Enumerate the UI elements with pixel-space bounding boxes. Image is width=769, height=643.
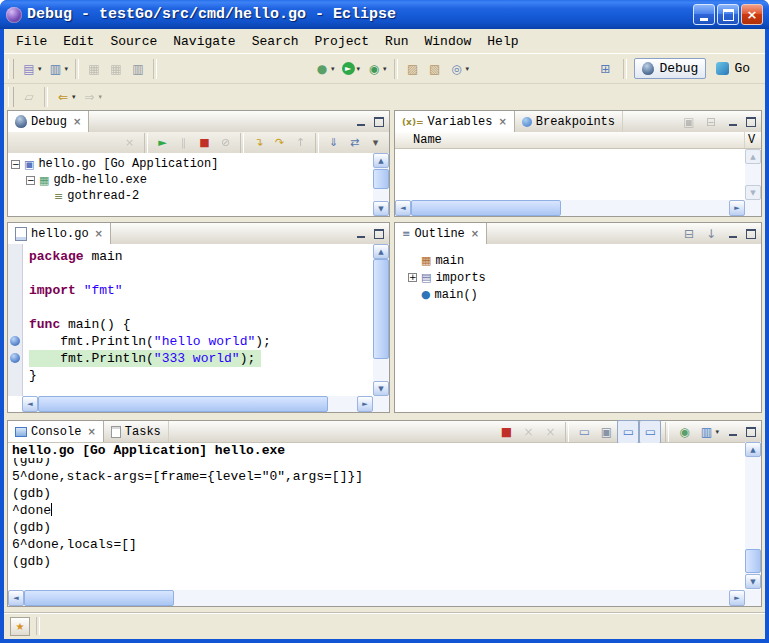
scrollbar-thumb[interactable] <box>373 169 389 189</box>
tab-variables[interactable]: (x)= Variables <box>395 111 515 132</box>
perspective-go[interactable]: Go <box>709 59 757 78</box>
code-line[interactable]: fmt.Println("333 world"); <box>29 350 373 367</box>
variables-table-body[interactable] <box>395 149 745 200</box>
scroll-up-icon[interactable] <box>745 149 761 164</box>
show-console-on-output-icon[interactable]: ▭ <box>639 420 661 444</box>
code-area[interactable]: package main import "fmt" func main() { … <box>23 244 373 396</box>
tab-console[interactable]: Console <box>8 421 104 442</box>
close-icon[interactable] <box>73 116 81 127</box>
minimize-button[interactable] <box>693 4 715 25</box>
open-perspective-button[interactable]: ⊞ <box>594 57 616 81</box>
scroll-down-icon[interactable] <box>373 381 389 396</box>
show-type-names-icon[interactable]: ▣ <box>678 110 700 134</box>
terminate-icon[interactable]: ■ <box>495 420 517 444</box>
collapse-all-icon[interactable]: ⊟ <box>700 110 722 134</box>
maximize-view-button[interactable] <box>743 227 758 240</box>
remove-all-launches-icon[interactable]: × <box>539 420 561 444</box>
use-step-filters-icon[interactable]: ⇄ <box>344 133 365 153</box>
open-type-icon[interactable]: ▧ <box>424 57 446 81</box>
console-hscrollbar[interactable] <box>8 590 745 606</box>
sort-icon[interactable]: ↓ <box>700 222 722 246</box>
forward-icon[interactable]: ⇒▾ <box>79 85 106 109</box>
minimize-view-button[interactable] <box>353 227 368 240</box>
suspend-icon[interactable]: ‖ <box>173 133 194 153</box>
close-icon[interactable] <box>498 116 506 127</box>
minimize-view-button[interactable] <box>725 115 740 128</box>
perspective-debug[interactable]: Debug <box>634 58 706 79</box>
last-edit-location-icon[interactable]: ▱ <box>18 85 40 109</box>
code-line[interactable]: fmt.Println("hello world"); <box>29 333 373 350</box>
step-over-icon[interactable]: ↷ <box>269 133 290 153</box>
disconnect-icon[interactable]: ⊘ <box>215 133 236 153</box>
minimize-view-button[interactable] <box>353 115 368 128</box>
scroll-up-icon[interactable] <box>373 153 389 168</box>
new-go-file-icon[interactable]: ▥▾ <box>45 57 72 81</box>
editor-vscrollbar[interactable] <box>373 244 389 396</box>
scroll-right-icon[interactable] <box>357 396 373 412</box>
code-line[interactable]: package main <box>29 248 373 265</box>
toolbar-grip[interactable] <box>8 59 14 79</box>
toolbar-grip[interactable] <box>8 87 14 107</box>
menu-edit[interactable]: Edit <box>55 31 102 52</box>
scroll-left-icon[interactable] <box>8 590 24 606</box>
menu-window[interactable]: Window <box>417 31 480 52</box>
menu-help[interactable]: Help <box>479 31 526 52</box>
instruction-pointer-icon[interactable] <box>10 353 20 363</box>
tree-item-hello-go-go-application[interactable]: −▣hello.go [Go Application] <box>8 156 373 172</box>
fast-view-icon[interactable] <box>10 617 30 636</box>
expand-icon[interactable]: + <box>408 273 417 282</box>
console-output[interactable]: (gdb)5^done,stack-args=[frame={level="0"… <box>9 458 744 589</box>
scroll-lock-icon[interactable]: ▣ <box>595 420 617 444</box>
code-line[interactable] <box>29 299 373 316</box>
view-menu-icon[interactable]: ▾ <box>365 133 386 153</box>
code-line[interactable] <box>29 265 373 282</box>
remove-launch-icon[interactable]: × <box>517 420 539 444</box>
display-selected-console-icon[interactable]: ▭ <box>617 420 639 444</box>
breakpoint-icon[interactable] <box>10 336 20 346</box>
step-return-icon[interactable]: ↑ <box>290 133 311 153</box>
clear-console-icon[interactable]: ▭ <box>573 420 595 444</box>
tab-outline[interactable]: Outline <box>395 223 487 244</box>
scroll-down-icon[interactable] <box>745 574 761 589</box>
close-icon[interactable] <box>87 426 95 437</box>
new-wizard-icon[interactable]: ▤▾ <box>18 57 45 81</box>
scrollbar-thumb[interactable] <box>24 590 174 606</box>
scroll-up-icon[interactable] <box>745 442 761 457</box>
column-value[interactable]: V <box>745 132 761 148</box>
column-name[interactable]: Name <box>395 132 745 148</box>
drop-to-frame-icon[interactable]: ⇓ <box>323 133 344 153</box>
scroll-down-icon[interactable] <box>745 185 761 200</box>
scrollbar-thumb[interactable] <box>373 259 389 359</box>
restore-button[interactable] <box>717 4 739 25</box>
scroll-right-icon[interactable] <box>729 200 745 216</box>
debug-tree-scrollbar[interactable] <box>373 153 389 216</box>
scroll-left-icon[interactable] <box>22 396 38 412</box>
titlebar[interactable]: Debug - testGo/src/cmd/hello.go - Eclips… <box>0 0 769 29</box>
menu-project[interactable]: Project <box>306 31 377 52</box>
tree-item-gdb-hello-exe[interactable]: −▦gdb-hello.exe <box>8 172 373 188</box>
save-icon[interactable]: ▦ <box>83 57 105 81</box>
variables-hscrollbar[interactable] <box>395 200 745 216</box>
resume-icon[interactable]: ► <box>152 133 173 153</box>
tab-breakpoints[interactable]: Breakpoints <box>515 111 623 132</box>
tree-item-imports[interactable]: +▤imports <box>405 269 761 286</box>
pin-console-icon[interactable]: ◉ <box>673 420 695 444</box>
menu-navigate[interactable]: Navigate <box>165 31 243 52</box>
scrollbar-thumb[interactable] <box>38 396 328 412</box>
maximize-view-button[interactable] <box>371 227 386 240</box>
minimize-view-button[interactable] <box>725 227 740 240</box>
scroll-down-icon[interactable] <box>373 201 389 216</box>
close-button[interactable] <box>741 4 763 25</box>
save-all-icon[interactable]: ▦ <box>105 57 127 81</box>
maximize-view-button[interactable] <box>743 115 758 128</box>
collapse-icon[interactable]: − <box>26 176 35 185</box>
scroll-up-icon[interactable] <box>373 244 389 259</box>
maximize-view-button[interactable] <box>743 425 758 438</box>
variables-vscrollbar[interactable] <box>745 149 761 200</box>
menu-run[interactable]: Run <box>377 31 416 52</box>
remove-all-terminated-icon[interactable]: × <box>119 133 140 153</box>
scrollbar-thumb[interactable] <box>411 200 561 216</box>
back-icon[interactable]: ⇐▾ <box>52 85 79 109</box>
external-tools-icon[interactable]: ◉▾ <box>363 57 390 81</box>
tree-item-main[interactable]: −▦main <box>405 252 761 269</box>
